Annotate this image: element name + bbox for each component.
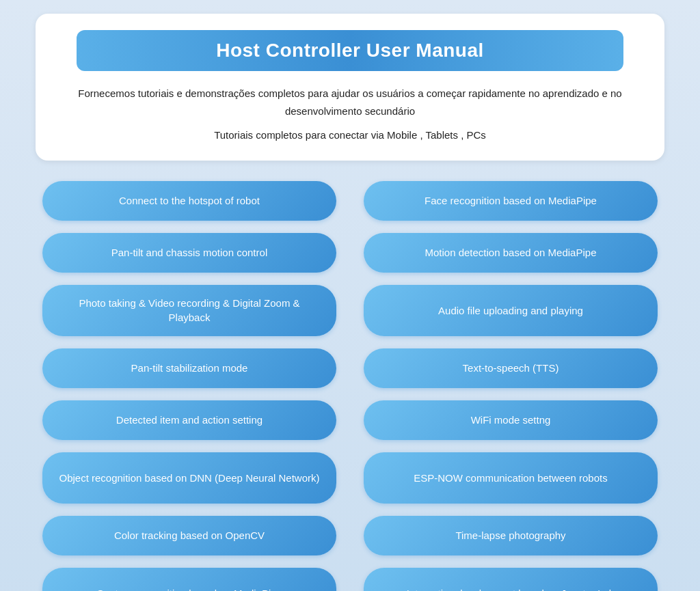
title-bar: Host Controller User Manual bbox=[77, 30, 623, 71]
page-title: Host Controller User Manual bbox=[104, 40, 596, 61]
button-right-face-recognition[interactable]: Face recognition based on MediaPipe bbox=[364, 181, 658, 221]
button-right-time-lapse[interactable]: Time-lapse photography bbox=[364, 516, 658, 555]
button-left-color-tracking[interactable]: Color tracking based on OpenCV bbox=[42, 516, 336, 555]
header-description: Fornecemos tutoriais e demonstrações com… bbox=[77, 85, 623, 120]
button-left-detected-item[interactable]: Detected item and action setting bbox=[42, 400, 336, 440]
header-card: Host Controller User Manual Fornecemos t… bbox=[36, 14, 664, 161]
button-right-esp-now[interactable]: ESP-NOW communication between robots bbox=[364, 452, 658, 504]
button-right-text-to-speech[interactable]: Text-to-speech (TTS) bbox=[364, 348, 658, 388]
button-right-audio-file[interactable]: Audio file uploading and playing bbox=[364, 285, 658, 336]
button-left-gesture-recognition[interactable]: Gesture recognition based on MediaPipe bbox=[42, 568, 336, 592]
button-left-pan-tilt-stabilization[interactable]: Pan-tilt stabilization mode bbox=[42, 348, 336, 388]
button-right-interactive-dev[interactable]: Interactive development basrd on Jupyter… bbox=[364, 568, 658, 592]
button-left-photo-video[interactable]: Photo taking & Video recording & Digital… bbox=[42, 285, 336, 336]
button-left-object-recognition[interactable]: Object recognition based on DNN (Deep Ne… bbox=[42, 452, 336, 504]
button-left-pan-tilt-chassis[interactable]: Pan-tilt and chassis motion control bbox=[42, 233, 336, 273]
button-left-connect-hotspot[interactable]: Connect to the hotspot of robot bbox=[42, 181, 336, 221]
button-right-wifi-mode[interactable]: WiFi mode settng bbox=[364, 400, 658, 440]
button-right-motion-detection[interactable]: Motion detection based on MediaPipe bbox=[364, 233, 658, 273]
header-subtitle: Tutoriais completos para conectar via Mo… bbox=[77, 126, 623, 144]
buttons-grid: Connect to the hotspot of robotFace reco… bbox=[36, 181, 664, 592]
